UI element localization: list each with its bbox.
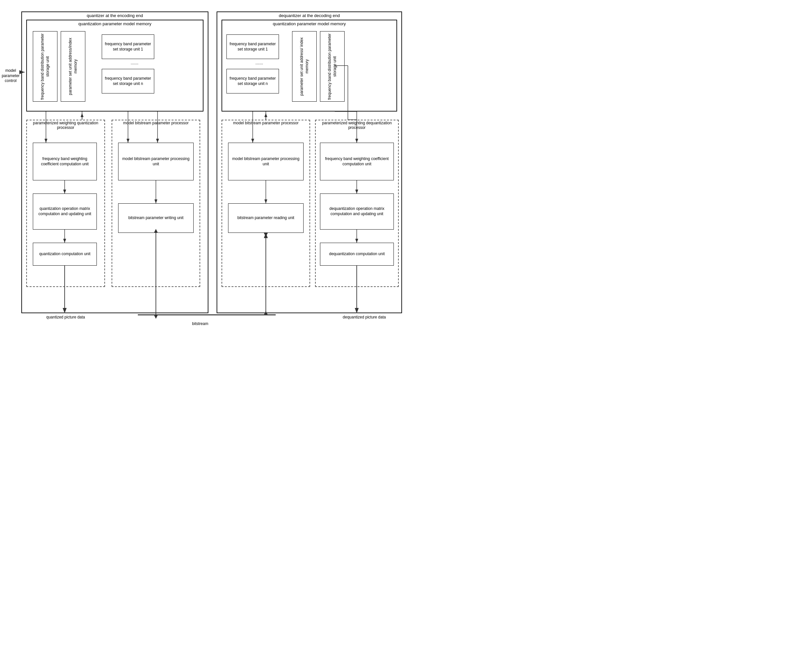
svg-marker-27 [154,315,158,319]
left-freq-param-1: frequency band parameter set storage uni… [102,35,154,59]
right-freq-weight-coeff: frequency band weighting coefficient com… [320,143,394,180]
right-param-weight-dequant-title: parameterized weighting dequantization p… [315,121,399,130]
right-param-set-addr: parameter set unit address/ index memory [299,33,309,100]
left-freq-weight-coeff: frequency band weighting coefficient com… [33,143,97,180]
quantized-picture-label: quantized picture data [33,315,98,320]
left-ellipsis: ....... [121,61,148,66]
left-param-weight-proc-title: parameterized weighting quantization pro… [26,121,105,130]
right-freq-param-1: frequency band parameter set storage uni… [226,35,279,59]
left-model-bitstream-proc-title: model bitstream parameter processor [111,121,200,125]
left-freq-band-dist: frequency band distribution parameter st… [40,33,50,100]
left-param-set-addr: parameter set unit address/index memory [68,33,78,100]
left-bitstream-write: bitstream parameter writing unit [118,204,194,233]
model-param-control-label: model parameter control [0,68,22,84]
right-ellipsis: ....... [246,61,272,66]
dequantized-picture-label: dequantized picture data [328,315,400,320]
right-dequant-op-matrix: dequantization operation matrix computat… [320,194,394,230]
left-memory-title: quantization parameter model memory [26,22,203,26]
right-outer-title: dequantizer at the decoding end [217,13,402,18]
left-freq-param-n: frequency band parameter set storage uni… [102,69,154,93]
right-model-bitstream-unit: model bitstream parameter processing uni… [228,143,304,180]
right-freq-param-n: frequency band parameter set storage uni… [226,69,279,93]
right-memory-title: quantization parameter model memory [221,22,397,26]
right-dequant-comp: dequantization computation unit [320,243,394,266]
left-quant-op-matrix: quantization operation matrix computatio… [33,194,97,230]
left-outer-title: quantizer at the encoding end [22,13,208,18]
right-bitstream-read: bitstream parameter reading unit [228,204,304,233]
bitstream-label: bitstream [174,321,226,327]
left-model-bitstream-unit: model bitstream parameter processing uni… [118,143,194,180]
right-model-bitstream-proc-title: model bitstream parameter processor [221,121,310,125]
right-freq-band-dist: frequency band distribution parameter st… [327,33,337,100]
left-quant-comp: quantization computation unit [33,243,97,266]
